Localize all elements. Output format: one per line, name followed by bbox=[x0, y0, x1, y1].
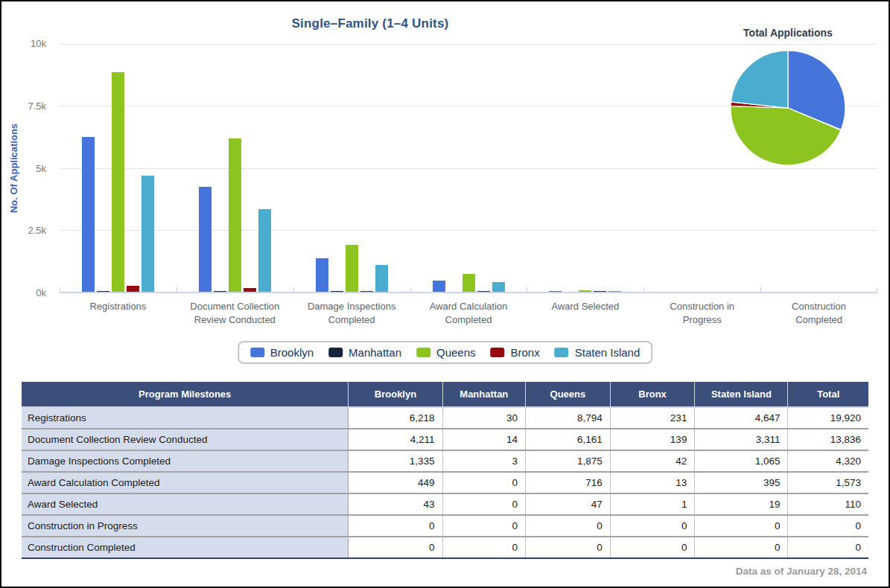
value-cell: 4,647 bbox=[695, 407, 788, 429]
legend-label: Queens bbox=[436, 346, 476, 359]
legend-item-manhattan[interactable]: Manhattan bbox=[328, 346, 401, 359]
pie-chart-svg bbox=[729, 49, 847, 167]
bar-queens[interactable] bbox=[229, 138, 241, 292]
bar-queens[interactable] bbox=[346, 245, 358, 292]
pie-chart-box: Total Applications bbox=[722, 27, 854, 167]
value-cell: 0 bbox=[349, 515, 442, 537]
bar-manhattan[interactable] bbox=[214, 291, 226, 292]
bar-brooklyn[interactable] bbox=[549, 291, 562, 292]
pie-chart-title: Total Applications bbox=[722, 27, 854, 39]
value-cell: 19,920 bbox=[788, 407, 868, 429]
value-cell: 30 bbox=[442, 407, 525, 429]
x-axis-category-label: Registrations bbox=[60, 300, 177, 326]
legend-label: Staten Island bbox=[575, 346, 641, 359]
bar-bronx[interactable] bbox=[477, 291, 490, 292]
table-header-cell: Bronx bbox=[610, 382, 695, 407]
milestone-cell: Award Selected bbox=[22, 493, 349, 515]
bar-staten-island[interactable] bbox=[258, 209, 271, 292]
value-cell: 43 bbox=[349, 493, 442, 515]
bar-bronx[interactable] bbox=[594, 291, 606, 292]
legend-item-brooklyn[interactable]: Brooklyn bbox=[250, 346, 314, 359]
value-cell: 0 bbox=[788, 537, 868, 558]
y-tick-label: 5k bbox=[36, 163, 46, 174]
table-header-cell: Queens bbox=[526, 382, 611, 407]
value-cell: 13 bbox=[610, 472, 695, 493]
value-cell: 110 bbox=[788, 493, 868, 515]
bar-staten-island[interactable] bbox=[492, 282, 505, 292]
value-cell: 1,065 bbox=[695, 450, 788, 472]
bar-category-column bbox=[60, 44, 177, 292]
table-row: Damage Inspections Completed1,33531,8754… bbox=[22, 450, 868, 472]
milestone-cell: Construction in Progress bbox=[22, 515, 349, 537]
bar-bronx[interactable] bbox=[127, 286, 139, 292]
y-tick-label: 7.5k bbox=[28, 100, 46, 112]
x-axis-category-labels: RegistrationsDocument Collection Review … bbox=[60, 300, 877, 326]
milestone-cell: Award Calculation Completed bbox=[22, 472, 349, 493]
table-row: Document Collection Review Conducted4,21… bbox=[22, 429, 868, 450]
milestone-cell: Damage Inspections Completed bbox=[22, 450, 349, 472]
legend-item-queens[interactable]: Queens bbox=[416, 346, 476, 359]
value-cell: 19 bbox=[695, 493, 788, 515]
value-cell: 0 bbox=[442, 493, 525, 515]
bar-queens[interactable] bbox=[463, 274, 475, 292]
value-cell: 3 bbox=[442, 450, 525, 472]
bar-staten-island[interactable] bbox=[375, 265, 388, 292]
value-cell: 1 bbox=[610, 493, 695, 515]
value-cell: 47 bbox=[526, 493, 611, 515]
bar-bronx[interactable] bbox=[360, 291, 373, 292]
value-cell: 1,335 bbox=[349, 450, 442, 472]
value-cell: 0 bbox=[695, 537, 788, 558]
bar-group bbox=[549, 290, 621, 292]
value-cell: 4,320 bbox=[788, 450, 868, 472]
value-cell: 0 bbox=[526, 515, 611, 537]
table-header-cell: Total bbox=[788, 382, 868, 407]
bar-bronx[interactable] bbox=[244, 288, 256, 292]
value-cell: 0 bbox=[695, 515, 788, 537]
bar-queens[interactable] bbox=[579, 290, 591, 292]
value-cell: 4,211 bbox=[349, 429, 442, 450]
value-cell: 42 bbox=[610, 450, 695, 472]
value-cell: 139 bbox=[610, 429, 695, 450]
value-cell: 6,218 bbox=[349, 407, 442, 429]
legend-item-staten-island[interactable]: Staten Island bbox=[555, 346, 641, 359]
x-axis-category-label: Construction in Progress bbox=[643, 300, 760, 326]
bar-staten-island[interactable] bbox=[142, 176, 154, 292]
bar-manhattan[interactable] bbox=[331, 291, 343, 292]
bar-brooklyn[interactable] bbox=[316, 258, 328, 292]
x-axis-category-label: Construction Completed bbox=[760, 300, 877, 326]
value-cell: 231 bbox=[610, 407, 695, 429]
chart-title: Single–Family (1–4 Units) bbox=[1, 16, 739, 31]
bar-brooklyn[interactable] bbox=[433, 281, 445, 292]
y-tick-label: 2.5k bbox=[28, 225, 46, 236]
table-header-cell: Program Milestones bbox=[22, 382, 349, 407]
milestones-table: Program MilestonesBrooklynManhattanQueen… bbox=[22, 382, 868, 559]
table-row: Award Selected43047119110 bbox=[22, 493, 868, 515]
bar-brooklyn[interactable] bbox=[82, 137, 95, 292]
bar-brooklyn[interactable] bbox=[199, 187, 212, 292]
pie-slice-staten-island[interactable] bbox=[731, 51, 788, 108]
x-axis-category-label: Award Selected bbox=[527, 300, 643, 326]
x-axis-category-label: Document Collection Review Conducted bbox=[177, 300, 293, 326]
bar-manhattan[interactable] bbox=[97, 291, 109, 292]
legend-swatch bbox=[250, 348, 264, 357]
legend-item-bronx[interactable]: Bronx bbox=[491, 346, 540, 359]
value-cell: 1,573 bbox=[788, 472, 868, 493]
value-cell: 395 bbox=[695, 472, 788, 493]
value-cell: 13,836 bbox=[788, 429, 868, 450]
bar-staten-island[interactable] bbox=[608, 291, 621, 292]
bar-queens[interactable] bbox=[112, 72, 124, 292]
value-cell: 0 bbox=[442, 537, 525, 558]
value-cell: 716 bbox=[526, 472, 611, 493]
y-tick-label: 10k bbox=[31, 38, 46, 49]
value-cell: 8,794 bbox=[526, 407, 611, 429]
value-cell: 14 bbox=[442, 429, 525, 450]
value-cell: 3,311 bbox=[695, 429, 788, 450]
table-row: Construction Completed000000 bbox=[22, 537, 868, 558]
value-cell: 0 bbox=[349, 537, 442, 558]
milestones-table-section: Program MilestonesBrooklynManhattanQueen… bbox=[22, 382, 868, 577]
table-row: Construction in Progress000000 bbox=[22, 515, 868, 537]
value-cell: 1,875 bbox=[526, 450, 611, 472]
bar-group bbox=[199, 138, 271, 292]
value-cell: 6,161 bbox=[526, 429, 611, 450]
value-cell: 0 bbox=[526, 537, 611, 558]
